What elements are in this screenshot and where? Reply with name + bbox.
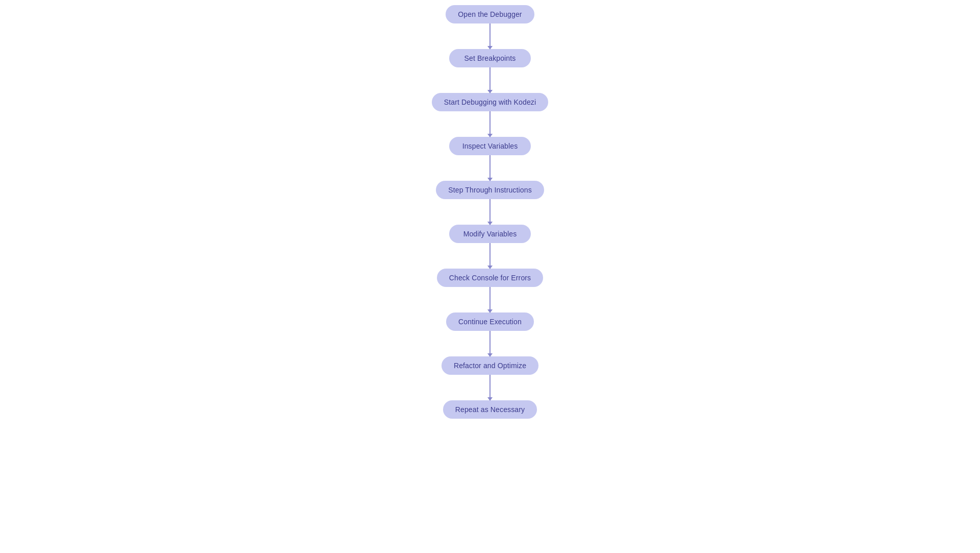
- connector-1: [489, 67, 491, 93]
- node-set-breakpoints: Set Breakpoints: [449, 49, 531, 67]
- node-modify-variables: Modify Variables: [449, 225, 531, 243]
- connector-8: [489, 375, 491, 400]
- node-start-debugging: Start Debugging with Kodezi: [432, 93, 548, 111]
- connector-5: [489, 243, 491, 269]
- connector-7: [489, 331, 491, 356]
- node-inspect-variables: Inspect Variables: [449, 137, 531, 155]
- node-repeat-necessary: Repeat as Necessary: [443, 400, 537, 419]
- node-continue-execution: Continue Execution: [446, 312, 534, 331]
- node-refactor-optimize: Refactor and Optimize: [442, 356, 538, 375]
- node-step-through: Step Through Instructions: [436, 181, 544, 199]
- connector-6: [489, 287, 491, 312]
- connector-0: [489, 23, 491, 49]
- connector-4: [489, 199, 491, 225]
- connector-3: [489, 155, 491, 181]
- node-check-console: Check Console for Errors: [437, 269, 544, 287]
- node-open-debugger: Open the Debugger: [446, 5, 534, 23]
- flowchart: Open the DebuggerSet BreakpointsStart De…: [0, 0, 980, 419]
- connector-2: [489, 111, 491, 137]
